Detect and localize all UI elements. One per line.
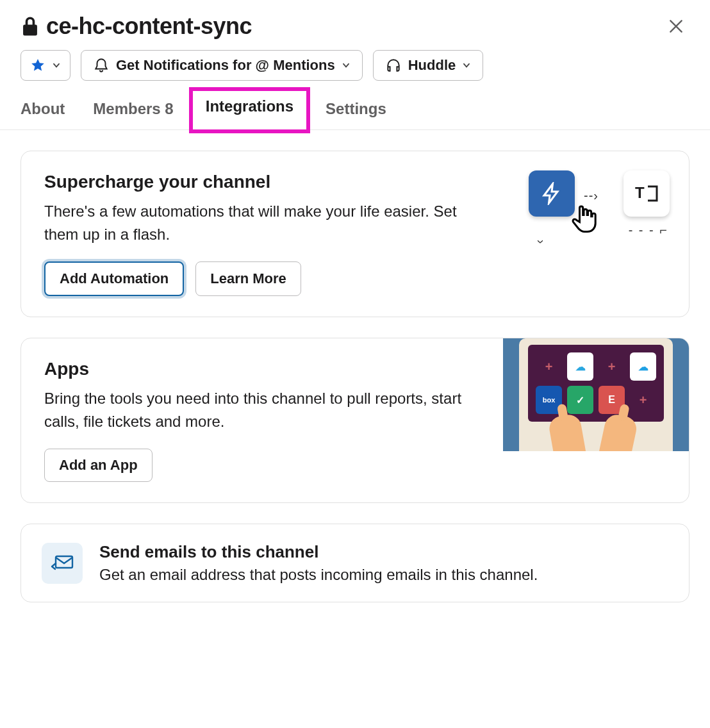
bell-icon	[93, 57, 110, 74]
automation-desc: There's a few automations that will make…	[44, 200, 480, 246]
add-automation-button[interactable]: Add Automation	[44, 261, 184, 296]
tab-settings[interactable]: Settings	[326, 91, 386, 129]
tab-about[interactable]: About	[21, 91, 65, 129]
svg-text:T: T	[635, 184, 645, 201]
automation-card: Supercharge your channel There's a few a…	[21, 151, 689, 317]
tab-integrations[interactable]: Integrations	[206, 97, 293, 115]
apps-title: Apps	[44, 359, 480, 379]
cursor-hand-icon	[567, 203, 600, 236]
huddle-button[interactable]: Huddle	[373, 50, 484, 81]
notifications-label: Get Notifications for @ Mentions	[116, 57, 335, 74]
check-app-icon: ✓	[567, 386, 593, 414]
headphones-icon	[385, 57, 402, 74]
tab-integrations-highlight: Integrations	[189, 87, 310, 133]
apps-card: Apps Bring the tools you need into this …	[21, 338, 689, 503]
app-slot-icon: +	[630, 386, 656, 414]
dashed-arrow-icon: - - - ⌐	[629, 223, 668, 238]
arrow-icon: --›	[584, 188, 599, 203]
lock-icon	[21, 15, 40, 37]
arrow-down-icon: ›	[534, 240, 549, 245]
huddle-label: Huddle	[408, 57, 456, 74]
salesforce-app-icon: ☁	[630, 352, 656, 381]
star-button[interactable]	[21, 50, 70, 81]
add-app-button[interactable]: Add an App	[44, 449, 153, 482]
apps-illustration: + ☁ + ☁ box ✓ E +	[503, 338, 689, 451]
learn-more-button[interactable]: Learn More	[195, 261, 301, 296]
app-slot-icon: +	[599, 352, 625, 381]
close-icon	[668, 18, 684, 35]
app-slot-icon: +	[536, 352, 562, 381]
chevron-down-icon	[342, 61, 351, 70]
email-card[interactable]: Send emails to this channel Get an email…	[21, 524, 689, 602]
tab-members-label: Members	[93, 100, 160, 117]
email-icon	[42, 543, 83, 584]
email-desc: Get an email address that posts incoming…	[99, 566, 538, 584]
apps-desc: Bring the tools you need into this chann…	[44, 387, 480, 433]
notifications-button[interactable]: Get Notifications for @ Mentions	[81, 50, 363, 81]
automation-title: Supercharge your channel	[44, 172, 480, 192]
cloud-app-icon: ☁	[567, 352, 593, 381]
tab-members[interactable]: Members 8	[93, 91, 173, 129]
text-tile-icon: T	[623, 170, 670, 217]
close-button[interactable]	[663, 13, 689, 40]
email-title: Send emails to this channel	[99, 542, 538, 562]
channel-title: ce-hc-content-sync	[46, 13, 252, 40]
chevron-down-icon	[462, 61, 471, 70]
star-icon	[30, 58, 45, 73]
chevron-down-icon	[52, 61, 61, 70]
svg-rect-2	[56, 556, 72, 568]
tab-members-count: 8	[165, 100, 173, 117]
